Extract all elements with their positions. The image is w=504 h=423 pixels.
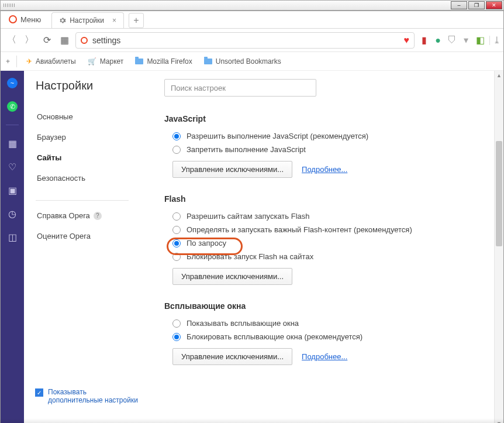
nav-main[interactable]: Основные (36, 106, 140, 127)
speed-dial-rail-icon[interactable]: ▦ (7, 138, 18, 149)
toolbar: 〈 〉 ⟳ ▦ ♥ ▮ ● ⛉ ▾ ◧ ⤓ (1, 29, 503, 52)
bottom-shadow (0, 418, 504, 423)
nav-rate[interactable]: Оцените Opera (36, 226, 140, 246)
radio-label: Разрешить сайтам запускать Flash (187, 212, 309, 221)
downloads-icon[interactable]: ⤓ (489, 36, 499, 45)
new-tab-button[interactable]: + (129, 13, 144, 28)
bookmarks-rail-icon[interactable]: ♡ (7, 161, 18, 172)
whatsapp-icon[interactable]: ✆ (7, 101, 18, 112)
extension-icon-2[interactable]: ● (433, 36, 443, 45)
radio-label: Разрешить выполнение JavaScript (рекомен… (187, 132, 368, 140)
app-frame: Меню Настройки × + 〈 〉 ⟳ ▦ ♥ ▮ ● ⛉ ▾ ◧ ⤓… (0, 11, 504, 423)
bookmark-mozilla[interactable]: Mozilla Firefox (130, 55, 196, 68)
shield-icon[interactable]: ⛉ (447, 36, 457, 45)
help-icon: ? (94, 212, 102, 220)
js-learn-more-link[interactable]: Подробнее... (302, 165, 347, 174)
opera-menu-button[interactable]: Меню (1, 11, 49, 28)
popups-manage-exceptions-button[interactable]: Управление исключениями... (172, 348, 292, 365)
forward-button[interactable]: 〉 (23, 34, 36, 47)
radio-checked-icon (172, 333, 181, 341)
download-arrow-icon[interactable]: ▾ (461, 36, 471, 45)
settings-nav-main: Основные Браузер Сайты Безопасность (36, 106, 140, 188)
settings-sidebar: Настройки Основные Браузер Сайты Безопас… (24, 71, 141, 423)
opera-logo-icon (9, 15, 17, 23)
flash-allow-radio[interactable]: Разрешить сайтам запускать Flash (172, 212, 499, 221)
flash-detect-radio[interactable]: Определять и запускать важный Flash-конт… (172, 225, 499, 234)
flash-ondemand-radio[interactable]: По запросу (172, 239, 499, 247)
gear-icon (59, 17, 66, 24)
url-input[interactable] (92, 36, 399, 45)
settings-search-input[interactable]: Поиск настроек (164, 79, 316, 97)
nav-sites[interactable]: Сайты (36, 147, 140, 168)
flash-block-radio[interactable]: Блокировать запуск Flash на сайтах (172, 252, 499, 261)
folder-icon (204, 59, 212, 64)
bookmarks-bar: + ✈Авиабилеты 🛒Маркет Mozilla Firefox Un… (1, 52, 503, 71)
extension-icon-1[interactable]: ▮ (419, 36, 429, 45)
minimize-button[interactable]: – (451, 1, 467, 9)
bookmark-label: Авиабилеты (36, 57, 76, 66)
reload-button[interactable]: ⟳ (40, 34, 53, 47)
nav-security[interactable]: Безопасность (36, 168, 140, 188)
settings-content: Поиск настроек JavaScript Разрешить выпо… (141, 71, 503, 423)
bookmark-aviabilety[interactable]: ✈Авиабилеты (22, 55, 81, 68)
content-scrollbar[interactable]: ▲ ▼ (494, 71, 503, 423)
scroll-thumb[interactable] (496, 141, 502, 246)
radio-label: Определять и запускать важный Flash-конт… (187, 225, 412, 234)
maximize-button[interactable]: ❐ (468, 1, 485, 9)
bookmark-market[interactable]: 🛒Маркет (83, 55, 129, 68)
tab-close-icon[interactable]: × (112, 16, 116, 25)
radio-label: По запросу (187, 239, 226, 247)
radio-checked-icon (172, 132, 181, 140)
bookmark-label: Маркет (100, 57, 124, 66)
add-bookmark-button[interactable]: + (5, 56, 17, 67)
js-allow-radio[interactable]: Разрешить выполнение JavaScript (рекомен… (172, 132, 499, 140)
window-titlebar: – ❐ ✕ (0, 0, 504, 11)
side-rail: ~ ✆ ▦ ♡ ▣ ◷ ◫ (1, 71, 24, 423)
news-rail-icon[interactable]: ▣ (7, 185, 18, 195)
bookmark-unsorted[interactable]: Unsorted Bookmarks (199, 55, 286, 68)
checkbox-checked-icon: ✓ (35, 388, 43, 397)
section-title-js: JavaScript (164, 114, 499, 123)
cart-icon: 🛒 (88, 57, 96, 66)
history-rail-icon[interactable]: ◷ (7, 208, 18, 219)
address-bar[interactable]: ♥ (75, 32, 415, 49)
radio-label: Показывать всплывающие окна (187, 319, 299, 328)
back-button[interactable]: 〈 (5, 34, 18, 47)
section-flash: Flash Разрешить сайтам запускать Flash О… (164, 194, 499, 285)
bookmark-heart-icon[interactable]: ♥ (404, 35, 410, 46)
nav-help[interactable]: Справка Opera? (36, 205, 140, 226)
popups-block-radio[interactable]: Блокировать всплывающие окна (рекомендуе… (172, 332, 499, 341)
messenger-icon[interactable]: ~ (7, 78, 18, 88)
window-grip[interactable] (4, 4, 15, 7)
speed-dial-icon[interactable]: ▦ (58, 34, 71, 47)
js-block-radio[interactable]: Запретить выполнение JavaScript (172, 145, 499, 154)
js-manage-exceptions-button[interactable]: Управление исключениями... (172, 161, 292, 178)
rail-separator (6, 125, 19, 125)
tab-settings[interactable]: Настройки × (51, 12, 124, 28)
extensions-rail-icon[interactable]: ◫ (7, 232, 18, 242)
popups-learn-more-link[interactable]: Подробнее... (302, 352, 347, 361)
settings-heading: Настройки (36, 79, 140, 92)
nav-separator (36, 200, 129, 201)
section-title-flash: Flash (164, 194, 499, 204)
bookmark-label: Mozilla Firefox (147, 57, 192, 66)
bookmark-label: Unsorted Bookmarks (216, 57, 281, 66)
show-advanced-checkbox[interactable]: ✓ Показывать дополнительные настройки (35, 388, 140, 404)
folder-icon (135, 59, 143, 64)
extension-icon-3[interactable]: ◧ (475, 36, 485, 45)
site-identity-icon (81, 37, 88, 44)
close-window-button[interactable]: ✕ (486, 1, 502, 9)
tab-bar: Меню Настройки × + (1, 11, 503, 29)
nav-help-label: Справка Opera (37, 211, 90, 220)
radio-checked-icon (172, 239, 181, 247)
menu-label: Меню (20, 15, 41, 24)
section-javascript: JavaScript Разрешить выполнение JavaScri… (164, 114, 499, 178)
radio-unchecked-icon (172, 226, 181, 234)
flash-manage-exceptions-button[interactable]: Управление исключениями... (172, 268, 292, 285)
radio-unchecked-icon (172, 319, 181, 328)
radio-unchecked-icon (172, 253, 181, 261)
popups-allow-radio[interactable]: Показывать всплывающие окна (172, 319, 499, 328)
section-popups: Всплывающие окна Показывать всплывающие … (164, 301, 499, 365)
nav-browser[interactable]: Браузер (36, 127, 140, 147)
scroll-up-icon[interactable]: ▲ (495, 71, 503, 80)
